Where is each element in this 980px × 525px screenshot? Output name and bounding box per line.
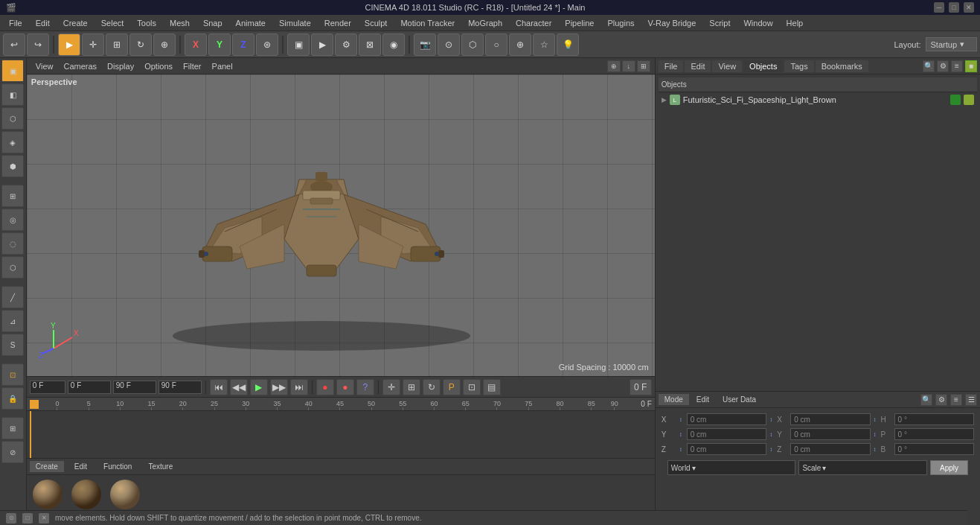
- menu-item-simulate[interactable]: Simulate: [273, 17, 317, 29]
- z-pos-field[interactable]: 0 cm: [687, 443, 766, 455]
- om-tab-bookmarks[interactable]: Bookmarks: [816, 60, 868, 72]
- status-icon-1[interactable]: ⊙: [6, 513, 16, 524]
- box-select-button[interactable]: ⊞: [1, 185, 24, 207]
- menu-item-render[interactable]: Render: [318, 17, 357, 29]
- poly-mode-button[interactable]: ⬢: [1, 155, 24, 177]
- z-pos-arrow[interactable]: ↕: [679, 446, 682, 453]
- p-rot-arrow[interactable]: ↕: [874, 431, 877, 438]
- menu-item-window[interactable]: Window: [737, 17, 778, 29]
- shape4-button[interactable]: ☆: [533, 34, 555, 56]
- h-rot-arrow[interactable]: ↕: [874, 416, 877, 423]
- auto-key-button[interactable]: ⊡: [463, 379, 481, 395]
- viewport[interactable]: View Cameras Display Options Filter Pane…: [27, 58, 655, 376]
- shape2-button[interactable]: ○: [485, 34, 507, 56]
- preview-max-input[interactable]: 90 F: [158, 381, 202, 394]
- mat-tab-edit[interactable]: Edit: [68, 461, 93, 472]
- render-to-po-button[interactable]: ⊠: [359, 34, 381, 56]
- attr-search-button[interactable]: 🔍: [920, 394, 932, 406]
- point-mode-button[interactable]: ⬡: [1, 107, 24, 130]
- menu-item-pipeline[interactable]: Pipeline: [559, 17, 600, 29]
- om-tab-view[interactable]: View: [712, 60, 742, 72]
- render-settings-button[interactable]: ⚙: [335, 34, 357, 56]
- target-button[interactable]: ⊙: [438, 34, 460, 56]
- mat-tab-function[interactable]: Function: [97, 461, 138, 472]
- viewport-menu-cameras[interactable]: Cameras: [59, 60, 101, 72]
- y-pos-arrow[interactable]: ↕: [679, 431, 682, 438]
- prev-frame-button[interactable]: ◀◀: [230, 379, 248, 395]
- menu-item-mograph[interactable]: MoGraph: [462, 17, 508, 29]
- edge-mode-button[interactable]: ◈: [1, 131, 24, 153]
- param-button[interactable]: P: [443, 379, 461, 395]
- redo-button[interactable]: ↪: [27, 34, 49, 56]
- x-axis-button[interactable]: X: [185, 34, 207, 56]
- y-pos-field[interactable]: 0 cm: [687, 428, 766, 440]
- menu-item-sculpt[interactable]: Sculpt: [359, 17, 394, 29]
- render-view-button[interactable]: ▶: [311, 34, 333, 56]
- om-search-button[interactable]: 🔍: [923, 60, 935, 72]
- om-tab-tags[interactable]: Tags: [784, 60, 813, 72]
- record-button[interactable]: ●: [316, 379, 334, 395]
- x-size-arrow[interactable]: ↕: [769, 416, 772, 423]
- om-tab-objects[interactable]: Objects: [743, 60, 783, 72]
- stamp-tool-button[interactable]: S: [1, 334, 24, 356]
- viewport-menu-display[interactable]: Display: [103, 60, 138, 72]
- menu-item-tools[interactable]: Tools: [131, 17, 162, 29]
- attr-extra-button[interactable]: ☰: [965, 394, 977, 406]
- menu-item-snap[interactable]: Snap: [197, 17, 228, 29]
- attr-tab-userdata[interactable]: User Data: [717, 394, 762, 405]
- frame-display-2[interactable]: 0 F: [68, 381, 111, 394]
- expand-arrow-icon[interactable]: ▶: [662, 96, 667, 104]
- status-close-button[interactable]: ✕: [39, 513, 49, 524]
- viewport-menu-panel[interactable]: Panel: [208, 60, 237, 72]
- move-key-button[interactable]: ✛: [382, 379, 400, 395]
- scale-mode-dropdown[interactable]: Scale ▾: [798, 460, 927, 475]
- object-visibility-icon[interactable]: [950, 95, 961, 105]
- attr-tab-edit[interactable]: Edit: [691, 394, 715, 405]
- menu-item-plugins[interactable]: Plugins: [601, 17, 640, 29]
- om-color-button[interactable]: ■: [965, 60, 977, 72]
- viewport-render-button[interactable]: ↓: [622, 60, 635, 72]
- h-rot-field[interactable]: 0 °: [894, 413, 974, 425]
- go-last-button[interactable]: ⏭: [290, 379, 308, 395]
- b-rot-field[interactable]: 0 °: [894, 443, 974, 455]
- viewport-canvas[interactable]: Perspective Grid Spacing : 10000 cm: [27, 74, 655, 376]
- poly-select-button[interactable]: ⬡: [1, 256, 24, 279]
- om-tab-file[interactable]: File: [659, 60, 684, 72]
- x-pos-arrow[interactable]: ↕: [679, 416, 682, 423]
- snap-button[interactable]: ⊡: [1, 363, 24, 386]
- menu-item-edit[interactable]: Edit: [30, 17, 56, 29]
- apply-button[interactable]: Apply: [930, 460, 968, 475]
- viewport-menu-view[interactable]: View: [31, 60, 58, 72]
- om-tab-edit[interactable]: Edit: [685, 60, 711, 72]
- b-rot-arrow[interactable]: ↕: [874, 446, 877, 453]
- viewport-menu-filter[interactable]: Filter: [179, 60, 205, 72]
- attr-more-button[interactable]: ≡: [950, 394, 962, 406]
- menu-item-file[interactable]: File: [3, 17, 28, 29]
- object-tag-icon[interactable]: [964, 95, 974, 105]
- x-size-field[interactable]: 0 cm: [790, 413, 870, 425]
- play-forward-button[interactable]: ▶: [250, 379, 268, 395]
- camera-button[interactable]: 📷: [414, 34, 436, 56]
- next-frame-button[interactable]: ▶▶: [270, 379, 288, 395]
- shape3-button[interactable]: ⊕: [509, 34, 531, 56]
- z-size-arrow[interactable]: ↕: [769, 446, 772, 453]
- transform-tool-button[interactable]: ⊕: [153, 34, 176, 56]
- menu-item-help[interactable]: Help: [781, 17, 810, 29]
- menu-item-character[interactable]: Character: [510, 17, 557, 29]
- texture-mode-button[interactable]: ◧: [1, 83, 24, 106]
- menu-item-animate[interactable]: Animate: [230, 17, 272, 29]
- attr-tab-mode[interactable]: Mode: [659, 394, 689, 405]
- close-button[interactable]: ✕: [964, 2, 974, 13]
- timeline-playhead[interactable]: [30, 411, 31, 458]
- go-first-button[interactable]: ⏮: [210, 379, 228, 395]
- y-size-arrow[interactable]: ↕: [769, 431, 772, 438]
- om-settings-button[interactable]: ⚙: [937, 60, 949, 72]
- all-axis-button[interactable]: ⊛: [256, 34, 278, 56]
- render-region-button[interactable]: ▣: [287, 34, 310, 56]
- select-tool-button[interactable]: ▶: [58, 34, 80, 56]
- move-tool-button[interactable]: ✛: [82, 34, 104, 56]
- viewport-menu-options[interactable]: Options: [140, 60, 177, 72]
- grid-button[interactable]: ⊞: [1, 417, 24, 439]
- viewport-expand-button[interactable]: ⊞: [637, 60, 650, 72]
- lock-button[interactable]: 🔒: [1, 387, 24, 410]
